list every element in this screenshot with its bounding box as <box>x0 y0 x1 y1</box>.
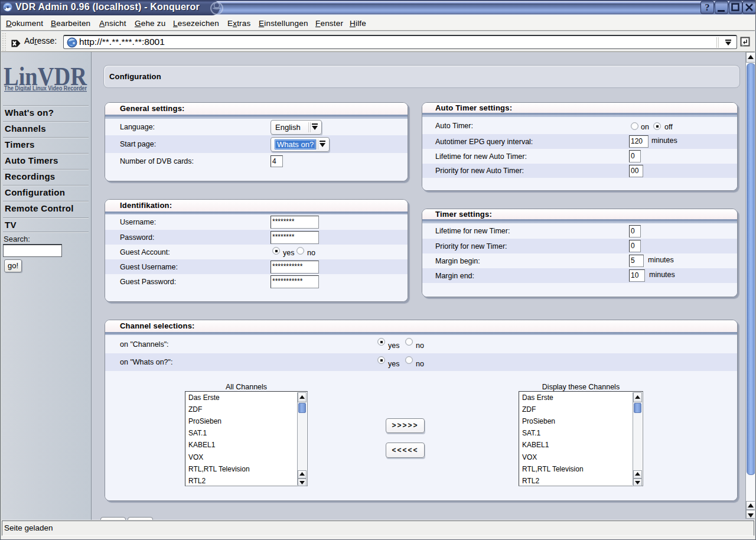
svg-text:The Digital Linux Video Record: The Digital Linux Video Recorder <box>4 84 87 92</box>
